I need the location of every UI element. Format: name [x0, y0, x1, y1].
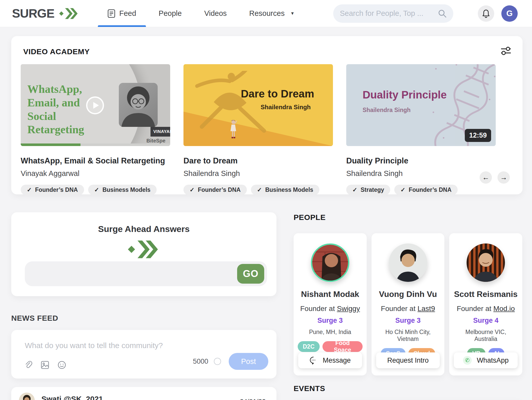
video-tag[interactable]: ✓ Business Models: [251, 185, 319, 195]
person-card: Nishant Modak Founder atSwiggy Surge 3 P…: [294, 233, 367, 375]
arrow-left-icon: ←: [482, 173, 489, 182]
thumbnail-title: Dare to Dream Shailendra Singh: [237, 88, 318, 111]
video-card: WhatsApp, Email, and Social Retargeting: [21, 64, 170, 195]
tab-people[interactable]: People: [147, 0, 193, 27]
video-academy-heading: VIDEO ACADEMY: [21, 47, 512, 56]
surge-chevrons-icon: [126, 238, 162, 261]
post-author-avatar[interactable]: [19, 393, 35, 400]
person-silhouette: [389, 243, 427, 282]
person-card: Scott Reismanis Founder atMod.io Surge 4…: [449, 233, 522, 375]
paperclip-icon: [25, 361, 32, 369]
video-carousel: WhatsApp, Email, and Social Retargeting: [21, 64, 512, 195]
speaker-photo: [119, 83, 158, 127]
attach-file-button[interactable]: [25, 361, 32, 369]
video-tag[interactable]: ✓ Business Models: [88, 185, 157, 195]
video-card: Duality Principle Shailendra Singh 12:59…: [346, 64, 496, 195]
search-icon[interactable]: [438, 9, 447, 18]
video-title[interactable]: WhatsApp, Email & Social Retargeting: [21, 156, 170, 165]
play-icon[interactable]: [86, 96, 104, 114]
person-location: Melbourne VIC, Australia: [453, 329, 518, 342]
people-cards: Nishant Modak Founder atSwiggy Surge 3 P…: [294, 233, 522, 375]
person-tags: D2C Food Space: [298, 341, 363, 352]
person-cohort: Surge 3: [376, 317, 441, 325]
answers-question-input[interactable]: [32, 261, 231, 286]
person-cohort: Surge 3: [298, 317, 363, 325]
video-tags: ✓ Founder’s DNA ✓ Business Models: [21, 185, 170, 195]
filter-button[interactable]: [500, 45, 512, 57]
go-button[interactable]: GO: [237, 264, 264, 284]
person-name[interactable]: Scott Reismanis: [453, 290, 518, 299]
speaker-name-label: VINAYAK: [151, 127, 170, 137]
search-input[interactable]: [340, 9, 438, 18]
attach-image-button[interactable]: [41, 361, 49, 369]
video-title[interactable]: Duality Principle: [346, 156, 496, 165]
carousel-next-button[interactable]: →: [498, 171, 510, 184]
video-thumbnail[interactable]: WhatsApp, Email, and Social Retargeting: [21, 64, 170, 146]
video-thumbnail[interactable]: Duality Principle Shailendra Singh 12:59: [346, 64, 496, 146]
video-thumbnail[interactable]: Dare to Dream Shailendra Singh: [183, 64, 333, 146]
company-link[interactable]: Mod.io: [493, 305, 515, 313]
person-silhouette: [19, 393, 35, 400]
caret-down-icon: ▼: [290, 11, 295, 16]
tab-resources-label: Resources: [249, 9, 285, 18]
video-tag[interactable]: ✓ Founder’s DNA: [183, 185, 247, 195]
answers-input-wrap: GO: [25, 261, 267, 286]
person-role: Founder atLast9: [376, 305, 441, 313]
message-button[interactable]: Message: [298, 352, 362, 368]
thumbnail-title: WhatsApp, Email, and Social Retargeting: [27, 83, 84, 137]
video-author: Vinayak Aggarwal: [21, 169, 170, 178]
whatsapp-icon: ✆: [463, 356, 472, 365]
person-silhouette: [119, 83, 158, 127]
person-name[interactable]: Vuong Dinh Vu: [376, 290, 441, 299]
feed-icon: [108, 9, 115, 18]
thumbnail-title: Duality Principle: [363, 89, 447, 101]
user-avatar[interactable]: G: [501, 5, 518, 22]
post-author-name[interactable]: Swati @SK_2021: [41, 395, 103, 400]
person-name[interactable]: Nishant Modak: [298, 290, 363, 299]
check-icon: ✓: [27, 186, 32, 193]
emoji-button[interactable]: [57, 361, 66, 369]
whatsapp-button[interactable]: ✆ WhatsApp: [454, 352, 518, 368]
top-nav: SURGE Feed People Videos Resources ▼: [0, 0, 532, 27]
person-location: Pune, MH, India: [298, 329, 363, 336]
check-icon: ✓: [352, 186, 357, 193]
person-silhouette: [312, 245, 349, 282]
person-role: Founder atMod.io: [453, 305, 518, 313]
post-button[interactable]: Post: [229, 353, 268, 370]
carousel-controls: ← →: [480, 171, 510, 184]
watch-progress-bar: [21, 143, 170, 146]
company-link[interactable]: Last9: [418, 305, 435, 313]
feed-post: Swati @SK_2021 Peak XV Partners 24/01/23: [11, 387, 276, 400]
tab-feed[interactable]: Feed: [96, 0, 147, 27]
check-icon: ✓: [190, 186, 194, 193]
notifications-button[interactable]: [478, 5, 494, 22]
request-intro-button[interactable]: Request Intro: [376, 352, 440, 368]
video-tag[interactable]: ✓ Founder’s DNA: [394, 185, 458, 195]
watch-progress-fill: [21, 143, 80, 146]
video-card: Dare to Dream Shailendra Singh Dare to D…: [183, 64, 333, 195]
char-count: 5000: [193, 358, 208, 365]
surge-logo[interactable]: SURGE: [12, 6, 80, 20]
video-title[interactable]: Dare to Dream: [183, 156, 333, 165]
surge-logo-text: SURGE: [12, 6, 54, 20]
tab-videos-label: Videos: [204, 9, 227, 18]
person-avatar[interactable]: [389, 243, 427, 282]
tab-resources[interactable]: Resources ▼: [238, 0, 306, 27]
person-cohort: Surge 4: [453, 317, 518, 325]
person-card: Vuong Dinh Vu Founder atLast9 Surge 3 Ho…: [372, 233, 445, 375]
company-link[interactable]: Swiggy: [337, 305, 360, 313]
check-icon: ✓: [400, 186, 405, 193]
person-avatar[interactable]: [311, 243, 349, 282]
person-avatar[interactable]: [467, 243, 505, 282]
tab-people-label: People: [159, 9, 182, 18]
post-composer: 5000 Post: [11, 330, 276, 379]
video-tag[interactable]: ✓ Strategy: [346, 185, 390, 195]
search-bar: [333, 4, 453, 23]
composer-actions: 5000 Post: [193, 353, 268, 370]
tab-videos[interactable]: Videos: [193, 0, 238, 27]
video-tags: ✓ Founder’s DNA ✓ Business Models: [183, 185, 333, 195]
carousel-prev-button[interactable]: ←: [480, 171, 492, 184]
surge-answers-title: Surge Ahead Answers: [11, 224, 276, 234]
people-heading: PEOPLE: [294, 213, 522, 222]
video-tag[interactable]: ✓ Founder’s DNA: [21, 185, 84, 195]
